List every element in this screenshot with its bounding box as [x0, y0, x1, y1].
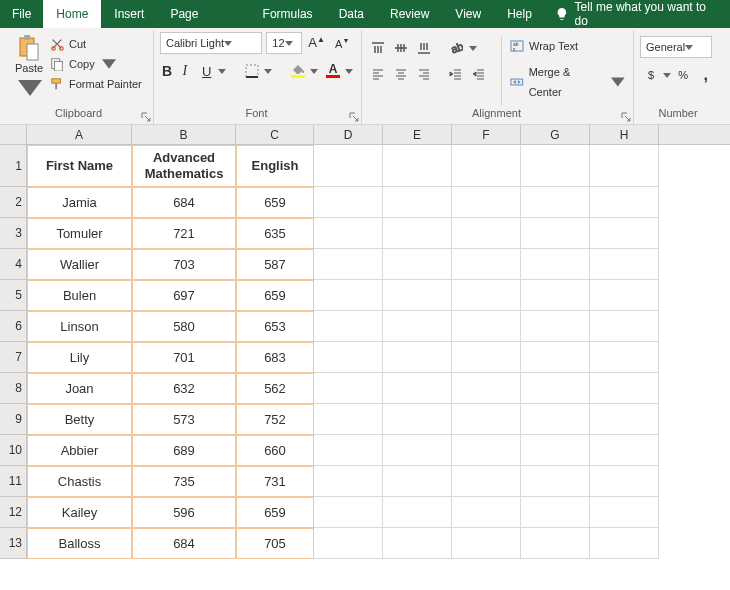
tab-review[interactable]: Review [377, 0, 442, 28]
cell-C8[interactable]: 562 [236, 373, 314, 404]
align-left-button[interactable] [368, 64, 388, 84]
align-middle-button[interactable] [391, 38, 411, 58]
cell-A1[interactable]: First Name [27, 145, 132, 187]
cell-F10[interactable] [452, 435, 521, 466]
col-header-F[interactable]: F [452, 125, 521, 144]
cell-D8[interactable] [314, 373, 383, 404]
cell-B12[interactable]: 596 [132, 497, 236, 528]
italic-button[interactable]: I [178, 60, 192, 82]
cell-G10[interactable] [521, 435, 590, 466]
align-bottom-button[interactable] [414, 38, 434, 58]
row-header-1[interactable]: 1 [0, 145, 27, 187]
cell-B6[interactable]: 580 [132, 311, 236, 342]
cell-A7[interactable]: Lily [27, 342, 132, 373]
cell-E1[interactable] [383, 145, 452, 187]
row-header-3[interactable]: 3 [0, 218, 27, 249]
decrease-indent-button[interactable] [446, 64, 466, 84]
col-header-C[interactable]: C [236, 125, 314, 144]
font-color-button[interactable]: A [322, 60, 353, 82]
cell-B3[interactable]: 721 [132, 218, 236, 249]
tab-home[interactable]: Home [43, 0, 101, 28]
cell-D1[interactable] [314, 145, 383, 187]
row-header-2[interactable]: 2 [0, 187, 27, 218]
cell-D4[interactable] [314, 249, 383, 280]
paste-button[interactable]: Paste [12, 32, 46, 106]
borders-button[interactable] [241, 60, 272, 82]
cell-F8[interactable] [452, 373, 521, 404]
underline-button[interactable]: U [196, 60, 227, 82]
cell-H10[interactable] [590, 435, 659, 466]
cell-C1[interactable]: English [236, 145, 314, 187]
cell-D13[interactable] [314, 528, 383, 559]
tab-file[interactable]: File [0, 0, 43, 28]
align-right-button[interactable] [414, 64, 434, 84]
font-size-combo[interactable]: 12 [266, 32, 302, 54]
cell-C6[interactable]: 653 [236, 311, 314, 342]
col-header-A[interactable]: A [27, 125, 132, 144]
increase-indent-button[interactable] [469, 64, 489, 84]
cell-B5[interactable]: 697 [132, 280, 236, 311]
cut-button[interactable]: Cut [50, 36, 142, 52]
cell-F4[interactable] [452, 249, 521, 280]
cell-G3[interactable] [521, 218, 590, 249]
cell-B1[interactable]: Advanced Mathematics [132, 145, 236, 187]
cell-E8[interactable] [383, 373, 452, 404]
cell-A11[interactable]: Chastis [27, 466, 132, 497]
cell-F12[interactable] [452, 497, 521, 528]
percent-button[interactable]: % [673, 64, 694, 86]
number-format-combo[interactable]: General [640, 36, 712, 58]
cell-B13[interactable]: 684 [132, 528, 236, 559]
cell-G12[interactable] [521, 497, 590, 528]
increase-font-button[interactable]: A▲ [306, 32, 328, 54]
col-header-G[interactable]: G [521, 125, 590, 144]
cell-G11[interactable] [521, 466, 590, 497]
alignment-dialog-launcher[interactable] [621, 112, 631, 122]
bold-button[interactable]: B [160, 60, 174, 82]
cell-D9[interactable] [314, 404, 383, 435]
comma-button[interactable]: , [696, 64, 717, 86]
cell-E6[interactable] [383, 311, 452, 342]
cell-H9[interactable] [590, 404, 659, 435]
cell-H12[interactable] [590, 497, 659, 528]
cell-A2[interactable]: Jamia [27, 187, 132, 218]
row-header-7[interactable]: 7 [0, 342, 27, 373]
font-name-combo[interactable]: Calibri Light [160, 32, 262, 54]
cell-E2[interactable] [383, 187, 452, 218]
cell-H5[interactable] [590, 280, 659, 311]
format-painter-button[interactable]: Format Painter [50, 76, 142, 92]
cell-G4[interactable] [521, 249, 590, 280]
cell-B7[interactable]: 701 [132, 342, 236, 373]
select-all-corner[interactable] [0, 125, 27, 144]
tab-view[interactable]: View [442, 0, 494, 28]
fill-color-button[interactable] [287, 60, 318, 82]
row-header-13[interactable]: 13 [0, 528, 27, 559]
row-header-10[interactable]: 10 [0, 435, 27, 466]
cell-H1[interactable] [590, 145, 659, 187]
wrap-text-button[interactable]: abc Wrap Text [510, 36, 625, 56]
cell-grid[interactable]: First NameJamiaTomulerWallierBulenLinson… [27, 145, 659, 559]
cell-B2[interactable]: 684 [132, 187, 236, 218]
cell-G5[interactable] [521, 280, 590, 311]
cell-F13[interactable] [452, 528, 521, 559]
cell-E9[interactable] [383, 404, 452, 435]
cell-D10[interactable] [314, 435, 383, 466]
cell-C7[interactable]: 683 [236, 342, 314, 373]
col-header-D[interactable]: D [314, 125, 383, 144]
cell-G2[interactable] [521, 187, 590, 218]
cell-B11[interactable]: 735 [132, 466, 236, 497]
decrease-font-button[interactable]: A▼ [331, 32, 353, 54]
cell-A5[interactable]: Bulen [27, 280, 132, 311]
cell-E12[interactable] [383, 497, 452, 528]
cell-G6[interactable] [521, 311, 590, 342]
cell-G1[interactable] [521, 145, 590, 187]
tab-data[interactable]: Data [326, 0, 377, 28]
font-dialog-launcher[interactable] [349, 112, 359, 122]
cell-A4[interactable]: Wallier [27, 249, 132, 280]
cell-B10[interactable]: 689 [132, 435, 236, 466]
cell-F11[interactable] [452, 466, 521, 497]
cell-E7[interactable] [383, 342, 452, 373]
cell-F1[interactable] [452, 145, 521, 187]
cell-A9[interactable]: Betty [27, 404, 132, 435]
cell-A10[interactable]: Abbier [27, 435, 132, 466]
orientation-button[interactable]: ab [446, 38, 466, 58]
